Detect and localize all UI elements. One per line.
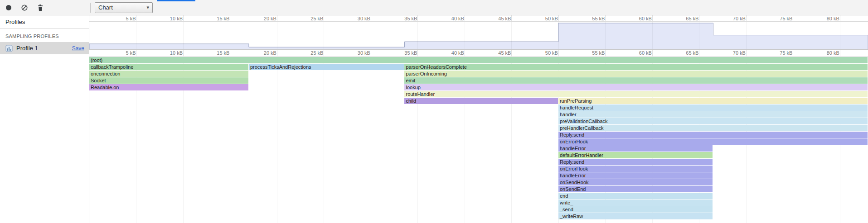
gridline xyxy=(277,57,277,223)
ruler-tick: 80 kB xyxy=(840,50,840,56)
flame-bar[interactable]: processTicksAndRejections xyxy=(249,64,404,70)
ruler-tick: 55 kB xyxy=(605,50,606,56)
ruler-tick: 20 kB xyxy=(277,15,277,21)
ruler-tick-label: 15 kB xyxy=(217,50,229,56)
ruler-tick: 10 kB xyxy=(183,15,184,21)
flame-bar[interactable]: onErrorHook xyxy=(558,138,868,145)
flame-bar[interactable]: onconnection xyxy=(89,71,248,77)
ban-circle-icon xyxy=(21,4,28,11)
ruler-tick-label: 35 kB xyxy=(404,50,417,56)
flame-bar[interactable]: runPreParsing xyxy=(558,98,868,104)
flame-bar[interactable]: callbackTrampoline xyxy=(89,64,248,70)
ruler-tick: 60 kB xyxy=(652,15,653,21)
ruler-tick-label: 30 kB xyxy=(358,50,370,56)
flame-area[interactable]: (root)callbackTrampolineprocessTicksAndR… xyxy=(89,57,868,223)
ruler-tick: 5 kB xyxy=(136,15,136,21)
flame-bar[interactable]: onSendEnd xyxy=(558,186,713,192)
ruler-tick: 15 kB xyxy=(230,15,230,21)
flame-bar[interactable]: parserOnHeadersComplete xyxy=(404,64,868,70)
flame-bar[interactable]: handleError xyxy=(558,172,713,179)
ruler-tick: 40 kB xyxy=(465,15,465,21)
flame-bar[interactable]: Reply.send xyxy=(558,159,713,165)
flame-bar[interactable]: defaultErrorHandler xyxy=(558,152,713,158)
gridline xyxy=(605,22,606,49)
gridline xyxy=(746,22,747,49)
flame-bar[interactable]: _writeRaw xyxy=(558,213,713,219)
record-button[interactable] xyxy=(3,2,15,14)
ruler-tick-label: 5 kB xyxy=(126,50,136,56)
flame-bar[interactable]: handler xyxy=(558,111,868,118)
flame-bar[interactable]: handleError xyxy=(558,145,713,152)
flame-bar[interactable]: emit xyxy=(404,77,868,84)
view-mode-select[interactable]: Chart ▾ xyxy=(95,2,153,13)
ruler-tick-label: 70 kB xyxy=(733,50,746,56)
ruler-tick-label: 20 kB xyxy=(264,50,276,56)
allocation-overview[interactable] xyxy=(89,22,868,50)
flame-bar[interactable]: Readable.on xyxy=(89,84,248,90)
record-circle-icon xyxy=(6,5,11,10)
trash-icon xyxy=(37,4,44,11)
profiles-sidebar: Profiles SAMPLING PROFILES Profile 1 Sav… xyxy=(0,15,89,223)
sampling-profiles-section-label: SAMPLING PROFILES xyxy=(0,29,89,42)
ruler-tick-label: 25 kB xyxy=(310,50,323,56)
ruler-tick-label: 65 kB xyxy=(686,50,698,56)
gridline xyxy=(652,22,653,49)
save-profile-link[interactable]: Save xyxy=(72,45,84,52)
flame-bar[interactable]: (root) xyxy=(89,57,868,63)
flame-bar[interactable]: _send xyxy=(558,206,713,213)
delete-profile-button[interactable] xyxy=(34,2,46,14)
ruler-tick-label: 10 kB xyxy=(170,50,183,56)
ruler-tick: 70 kB xyxy=(746,15,747,21)
active-tab-indicator xyxy=(157,0,195,1)
gridline xyxy=(511,22,512,49)
ruler-tick: 50 kB xyxy=(558,50,559,56)
ruler-tick-label: 45 kB xyxy=(498,50,511,56)
ruler-tick: 75 kB xyxy=(793,50,793,56)
ruler-tick-label: 40 kB xyxy=(451,16,464,21)
profiler-toolbar: Chart ▾ xyxy=(0,0,868,15)
flame-bar[interactable]: Reply.send xyxy=(558,132,868,138)
ruler-tick-label: 80 kB xyxy=(827,16,839,21)
flame-bar[interactable]: handleRequest xyxy=(558,104,868,111)
ruler-tick-label: 55 kB xyxy=(592,16,605,21)
ruler-bottom: 5 kB10 kB15 kB20 kB25 kB30 kB35 kB40 kB4… xyxy=(89,50,868,57)
flame-bar[interactable]: onErrorHook xyxy=(558,166,713,172)
clear-all-profiles-button[interactable] xyxy=(19,2,30,14)
ruler-tick-label: 45 kB xyxy=(498,16,511,21)
ruler-tick-label: 50 kB xyxy=(545,16,558,21)
flame-bar[interactable]: parserOnIncoming xyxy=(404,71,868,77)
gridline xyxy=(371,57,371,223)
ruler-tick: 20 kB xyxy=(277,50,277,56)
flame-bar[interactable]: end xyxy=(558,193,713,199)
ruler-tick-label: 15 kB xyxy=(217,16,229,21)
ruler-tick-label: 75 kB xyxy=(780,16,792,21)
flame-bar[interactable]: onSendHook xyxy=(558,179,713,185)
gridline xyxy=(371,22,371,49)
ruler-tick: 35 kB xyxy=(417,15,418,21)
ruler-tick: 45 kB xyxy=(511,50,512,56)
ruler-tick: 75 kB xyxy=(793,15,793,21)
profile-name: Profile 1 xyxy=(16,45,38,52)
ruler-tick: 45 kB xyxy=(511,15,512,21)
profile-icon xyxy=(5,45,13,52)
ruler-tick-label: 60 kB xyxy=(639,16,652,21)
ruler-tick: 5 kB xyxy=(136,50,136,56)
ruler-tick: 35 kB xyxy=(417,50,418,56)
ruler-tick-label: 10 kB xyxy=(170,16,183,21)
flame-bar[interactable]: routeHandler xyxy=(404,91,868,97)
ruler-tick: 80 kB xyxy=(840,15,840,21)
gridline xyxy=(699,22,699,49)
flame-bar[interactable]: lookup xyxy=(404,84,868,90)
flame-bar[interactable]: write_ xyxy=(558,199,713,206)
ruler-tick: 10 kB xyxy=(183,50,184,56)
flame-bar[interactable]: Socket xyxy=(89,77,248,84)
ruler-tick-label: 55 kB xyxy=(592,50,605,56)
flame-bar[interactable]: child xyxy=(404,98,558,104)
ruler-tick: 70 kB xyxy=(746,50,747,56)
ruler-tick: 65 kB xyxy=(699,15,699,21)
flame-bar[interactable]: preHandlerCallback xyxy=(558,125,868,131)
flame-bar[interactable]: preValidationCallback xyxy=(558,118,868,124)
ruler-tick-label: 70 kB xyxy=(733,16,746,21)
profile-item[interactable]: Profile 1 Save xyxy=(0,42,89,54)
flamechart-pane: 5 kB10 kB15 kB20 kB25 kB30 kB35 kB40 kB4… xyxy=(89,15,868,223)
